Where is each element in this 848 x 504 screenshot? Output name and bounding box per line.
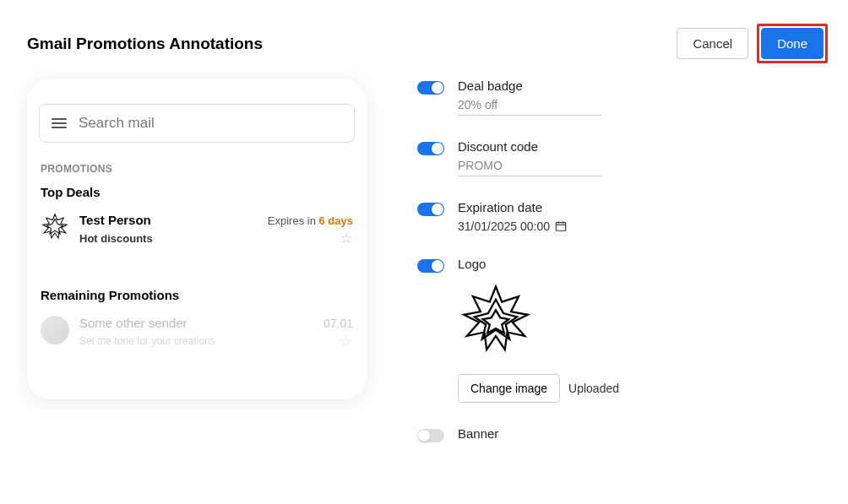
star-icon[interactable]: ☆ — [340, 332, 353, 350]
search-placeholder: Search mail — [79, 115, 155, 132]
promotion-row: Test Person Expires in 6 days Hot discou… — [39, 213, 355, 247]
expires-text: Expires in 6 days — [268, 214, 353, 227]
done-button-highlight: Done — [757, 24, 828, 63]
discount-code-label: Discount code — [458, 139, 821, 154]
logo-status: Uploaded — [568, 382, 619, 395]
logo-toggle[interactable] — [417, 259, 444, 273]
fade-overlay — [27, 357, 367, 399]
other-sender-name: Some other sender — [79, 316, 188, 330]
deal-badge-input[interactable]: 20% off — [458, 98, 601, 116]
avatar-placeholder-icon — [41, 316, 69, 344]
page-title: Gmail Promotions Annotations — [27, 35, 263, 53]
top-deals-heading: Top Deals — [41, 185, 355, 199]
logo-preview — [458, 283, 821, 362]
banner-label: Banner — [458, 426, 821, 441]
other-promotion-row: Some other sender 07.01 Set the tone for… — [39, 316, 355, 350]
expiration-label: Expiration date — [458, 200, 821, 214]
done-button[interactable]: Done — [761, 28, 824, 59]
sender-name: Test Person — [79, 213, 151, 227]
calendar-icon — [555, 220, 567, 232]
settings-panel: Deal badge 20% off Discount code PROMO E… — [417, 79, 821, 469]
other-subject: Set the tone for your creations — [79, 335, 215, 347]
discount-code-input[interactable]: PROMO — [458, 159, 601, 176]
other-date: 07.01 — [323, 317, 353, 330]
search-bar[interactable]: Search mail — [39, 104, 355, 143]
email-subject: Hot discounts — [79, 232, 153, 245]
expiration-input[interactable]: 31/01/2025 00:00 — [458, 219, 821, 233]
mobile-preview: Search mail PROMOTIONS Top Deals Test Pe… — [27, 79, 367, 399]
deal-badge-toggle[interactable] — [417, 81, 444, 95]
change-image-button[interactable]: Change image — [458, 374, 560, 403]
remaining-promotions-heading: Remaining Promotions — [41, 288, 355, 302]
deal-badge-label: Deal badge — [458, 79, 821, 93]
expiration-toggle[interactable] — [417, 203, 444, 216]
hamburger-icon — [52, 118, 67, 128]
sender-logo-icon — [41, 213, 69, 241]
cancel-button[interactable]: Cancel — [677, 28, 748, 59]
svg-rect-0 — [556, 223, 565, 231]
discount-code-toggle[interactable] — [417, 142, 444, 155]
header-buttons: Cancel Done — [677, 24, 828, 63]
banner-toggle[interactable] — [417, 429, 444, 442]
star-icon[interactable]: ☆ — [340, 229, 353, 247]
logo-image-icon — [458, 283, 534, 359]
logo-label: Logo — [458, 257, 821, 271]
promotions-label: PROMOTIONS — [41, 163, 355, 175]
